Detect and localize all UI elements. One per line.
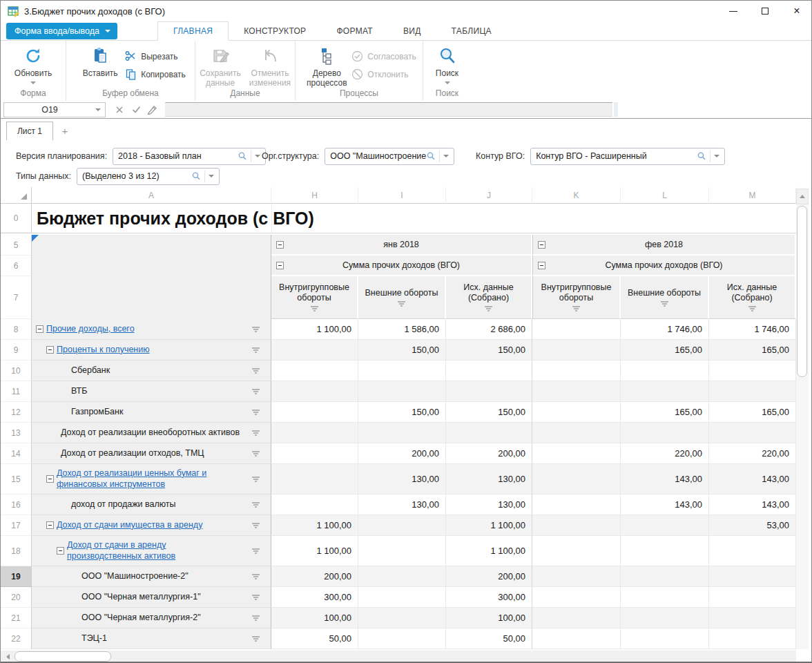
cut-button[interactable]: Вырезать <box>125 50 186 62</box>
value-cell[interactable]: 200,00 <box>446 443 532 464</box>
filter-icon[interactable] <box>310 306 318 312</box>
add-sheet-button[interactable]: + <box>53 122 77 140</box>
row-header-15[interactable]: 15 <box>1 464 32 494</box>
value-cell[interactable] <box>709 423 796 443</box>
chevron-down-icon[interactable] <box>255 155 260 157</box>
row-header-19[interactable]: 19 <box>1 566 32 587</box>
copy-button[interactable]: Копировать <box>125 68 186 80</box>
row-label-cell[interactable]: ГазпромБанк <box>32 402 271 423</box>
select-all-corner[interactable] <box>1 187 32 204</box>
value-cell[interactable] <box>532 381 621 402</box>
value-cell[interactable] <box>446 381 532 402</box>
tab-konstruktor[interactable]: КОНСТРУКТОР <box>229 21 321 40</box>
filter-icon[interactable] <box>251 477 260 483</box>
value-cell[interactable] <box>271 464 358 494</box>
horizontal-scroll-thumb[interactable] <box>14 651 111 662</box>
filter-icon[interactable] <box>748 306 756 312</box>
value-cell[interactable] <box>621 423 709 443</box>
tab-glavnaya[interactable]: ГЛАВНАЯ <box>157 21 229 41</box>
filter-icon[interactable] <box>251 574 260 580</box>
value-cell[interactable]: 165,00 <box>709 402 796 423</box>
filter-icon[interactable] <box>251 347 260 354</box>
scroll-up-button[interactable] <box>796 189 809 204</box>
value-cell[interactable] <box>621 628 709 649</box>
collapse-icon[interactable] <box>46 475 54 483</box>
value-cell[interactable]: 200,00 <box>446 566 532 587</box>
value-cell[interactable] <box>358 566 446 587</box>
value-cell[interactable] <box>621 566 709 587</box>
value-cell[interactable] <box>532 628 621 649</box>
value-cell[interactable]: 1 746,00 <box>709 319 796 340</box>
collapse-icon[interactable] <box>57 547 64 555</box>
column-header-K[interactable]: K <box>532 187 621 204</box>
value-cell[interactable] <box>709 566 796 587</box>
row-label-cell[interactable]: ООО "Черная металлургия-2" <box>32 608 271 628</box>
value-cell[interactable]: 130,00 <box>446 464 532 494</box>
collapse-icon[interactable] <box>276 262 284 269</box>
search-icon[interactable] <box>697 151 706 161</box>
row-label-cell[interactable]: Сбербанк <box>32 361 271 381</box>
tab-tablica[interactable]: ТАБЛИЦА <box>436 21 507 40</box>
process-tree-button[interactable]: Дерево процессов <box>302 44 351 88</box>
save-data-button[interactable]: Сохранить данные <box>195 44 245 88</box>
row-label-cell[interactable]: ВТБ <box>32 381 271 402</box>
row-header-8[interactable]: 8 <box>1 319 32 340</box>
value-cell[interactable]: 130,00 <box>358 464 446 494</box>
confirm-entry-button[interactable] <box>128 102 144 117</box>
filter-data-types-combo[interactable]: (Выделено 3 из 12) <box>77 168 220 185</box>
filter-icon[interactable] <box>251 368 260 374</box>
close-button[interactable]: × <box>781 1 812 21</box>
value-cell[interactable] <box>271 402 358 423</box>
refresh-button[interactable]: Обновить <box>8 44 58 84</box>
value-cell[interactable] <box>532 464 621 494</box>
value-cell[interactable] <box>446 423 532 443</box>
value-cell[interactable] <box>709 587 796 608</box>
value-cell[interactable]: 100,00 <box>271 608 358 628</box>
value-cell[interactable]: 1 586,00 <box>358 319 446 340</box>
value-cell[interactable] <box>709 381 796 402</box>
value-cell[interactable] <box>621 381 709 402</box>
value-cell[interactable]: 200,00 <box>271 566 358 587</box>
value-cell[interactable]: 165,00 <box>621 402 709 423</box>
vertical-scroll-thumb[interactable] <box>797 206 807 377</box>
row-label-cell[interactable]: ООО "Машиностроение-2" <box>32 566 271 587</box>
collapse-icon[interactable] <box>276 241 284 249</box>
row-label-cell[interactable]: ТЭЦ-1 <box>32 628 271 649</box>
value-cell[interactable]: 143,00 <box>709 494 796 515</box>
value-cell[interactable] <box>532 402 621 423</box>
column-header-L[interactable]: L <box>621 187 709 204</box>
value-cell[interactable] <box>271 494 358 515</box>
collapse-icon[interactable] <box>538 241 545 249</box>
filter-icon[interactable] <box>398 301 406 307</box>
value-cell[interactable]: 50,00 <box>271 628 358 649</box>
row-label-cell[interactable]: Прочие доходы, всего <box>32 319 271 340</box>
formula-bar-expander[interactable] <box>614 102 618 117</box>
value-cell[interactable]: 300,00 <box>446 587 532 608</box>
column-header-H[interactable]: H <box>271 187 358 204</box>
value-cell[interactable]: 143,00 <box>709 464 796 494</box>
row-label-cell[interactable]: ООО "Черная металлургия-1" <box>32 587 271 608</box>
value-cell[interactable] <box>358 515 446 536</box>
value-cell[interactable] <box>271 340 358 361</box>
value-cell[interactable]: 220,00 <box>621 443 709 464</box>
row-label-link[interactable]: Доход от реализации ценных бумаг и финан… <box>57 468 235 490</box>
value-cell[interactable] <box>532 443 621 464</box>
value-cell[interactable] <box>532 361 621 381</box>
column-header-I[interactable]: I <box>358 187 446 204</box>
collapse-icon[interactable] <box>46 521 54 529</box>
value-cell[interactable] <box>358 608 446 628</box>
value-cell[interactable]: 165,00 <box>709 340 796 361</box>
collapse-icon[interactable] <box>538 262 545 269</box>
tab-format[interactable]: ФОРМАТ <box>321 21 388 40</box>
value-cell[interactable] <box>709 536 796 566</box>
approve-button[interactable]: Согласовать <box>351 50 416 62</box>
row-label-cell[interactable]: Доход от сдачи в аренду производственных… <box>32 536 271 566</box>
value-cell[interactable] <box>532 536 621 566</box>
filter-icon[interactable] <box>251 523 260 529</box>
cell-name-box[interactable]: O19 <box>3 102 106 117</box>
row-header-11[interactable]: 11 <box>1 381 32 402</box>
value-cell[interactable] <box>446 361 532 381</box>
row-header-16[interactable]: 16 <box>1 494 32 515</box>
filter-icon[interactable] <box>251 615 260 622</box>
paste-button[interactable]: Вставить <box>75 44 125 79</box>
